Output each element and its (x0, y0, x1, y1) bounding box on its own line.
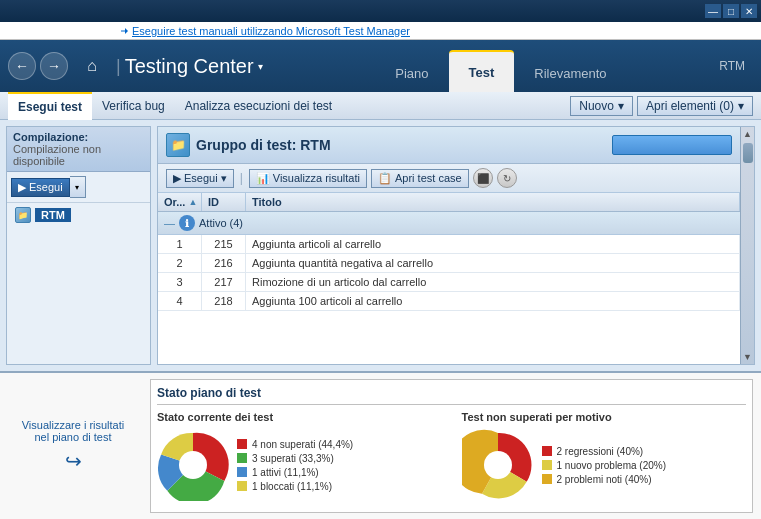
subnav-analizza[interactable]: Analizza esecuzioni dei test (175, 92, 342, 120)
maximize-button[interactable]: □ (723, 4, 739, 18)
rtm-tree-item[interactable]: 📁 RTM (7, 203, 150, 227)
tab-test[interactable]: Test (449, 50, 515, 92)
legend-item: 4 non superati (44,4%) (237, 439, 353, 450)
scroll-thumb[interactable] (743, 143, 753, 163)
subnav-verifica-bug[interactable]: Verifica bug (92, 92, 175, 120)
forward-icon: → (47, 58, 61, 74)
legend-item: 1 bloccati (11,1%) (237, 481, 353, 492)
refresh-icon: ↻ (503, 173, 511, 184)
chart2-legend: 2 regressioni (40%) 1 nuovo problema (20… (542, 446, 667, 485)
td-id-1: 215 (202, 235, 246, 253)
nuovo-button[interactable]: Nuovo ▾ (570, 96, 633, 116)
td-ordine-1: 1 (158, 235, 202, 253)
app-title: Testing Center (125, 55, 254, 78)
title-bar: — □ ✕ (0, 0, 761, 22)
panel-title: Gruppo di test: RTM (196, 137, 612, 153)
td-titolo-4: Aggiunta 100 articoli al carrello (246, 292, 740, 310)
legend-label-2: 3 superati (33,3%) (252, 453, 334, 464)
search-bar[interactable] (612, 135, 732, 155)
apri-button[interactable]: Apri elementi (0) ▾ (637, 96, 753, 116)
collapse-icon[interactable]: — (164, 217, 175, 229)
minimize-button[interactable]: — (705, 4, 721, 18)
esegui-bar: ▶ Esegui ▾ (7, 172, 150, 203)
svg-point-3 (484, 451, 512, 479)
close-button[interactable]: ✕ (741, 4, 757, 18)
scrollbar[interactable]: ▲ ▼ (740, 127, 754, 364)
toolbar-visualizza-button[interactable]: 📊 Visualizza risultati (249, 169, 367, 188)
group-status-icon: ℹ (179, 215, 195, 231)
toolbar-separator1: | (240, 171, 243, 185)
scroll-down-button[interactable]: ▼ (742, 350, 754, 364)
legend-label-1: 4 non superati (44,4%) (252, 439, 353, 450)
app-dropdown-button[interactable]: ▾ (258, 61, 263, 72)
group-icon: 📁 (166, 133, 190, 157)
legend-item: 1 nuovo problema (20%) (542, 460, 667, 471)
table-row[interactable]: 2 216 Aggiunta quantità negativa al carr… (158, 254, 740, 273)
toolbar-apri-button[interactable]: 📋 Apri test case (371, 169, 469, 188)
nav-rtm-label: RTM (719, 59, 753, 73)
id-label: ID (208, 196, 219, 208)
rtm-icon: 📁 (15, 207, 31, 223)
toolbar-esegui-label: Esegui (184, 172, 218, 184)
tab-piano[interactable]: Piano (375, 54, 448, 92)
esegui-down-icon: ▶ (18, 181, 26, 194)
legend-color-5 (542, 446, 552, 456)
legend-color-3 (237, 467, 247, 477)
main-content: Compilazione: Compilazione non disponibi… (0, 120, 761, 371)
apri-test-label: Apri test case (395, 172, 462, 184)
esegui-dropdown-arrow[interactable]: ▾ (70, 176, 86, 198)
bottom-left-label[interactable]: Visualizzare i risultatinel piano di tes… (8, 379, 138, 513)
group-row: — ℹ Attivo (4) (158, 212, 740, 235)
nav-bar: ← → ⌂ | Testing Center ▾ Piano Test Rile… (0, 40, 761, 92)
left-panel: Compilazione: Compilazione non disponibi… (6, 126, 151, 365)
toolbar-esegui-button[interactable]: ▶ Esegui ▾ (166, 169, 234, 188)
tooltip-link[interactable]: Eseguire test manuali utilizzando Micros… (132, 25, 410, 37)
tooltip-bar: Eseguire test manuali utilizzando Micros… (0, 22, 761, 40)
stop-icon: ⬛ (477, 173, 489, 184)
nav-tabs: Piano Test Rilevamento (283, 40, 720, 92)
td-ordine-2: 2 (158, 254, 202, 272)
sort-icon: ▲ (188, 197, 197, 207)
legend-color-1 (237, 439, 247, 449)
home-button[interactable]: ⌂ (80, 54, 104, 78)
td-id-2: 216 (202, 254, 246, 272)
esegui-dropdown-button[interactable]: ▶ Esegui (11, 178, 70, 197)
chart1-title: Stato corrente dei test (157, 411, 442, 423)
legend-item: 1 attivi (11,1%) (237, 467, 353, 478)
nuovo-dropdown-icon: ▾ (618, 99, 624, 113)
stop-button[interactable]: ⬛ (473, 168, 493, 188)
apri-label: Apri elementi (0) (646, 99, 734, 113)
scroll-up-button[interactable]: ▲ (742, 127, 754, 141)
compilazione-label: Compilazione: (13, 131, 88, 143)
tab-rilevamento[interactable]: Rilevamento (514, 54, 626, 92)
forward-button[interactable]: → (40, 52, 68, 80)
legend-color-4 (237, 481, 247, 491)
subnav-esegui-test[interactable]: Esegui test (8, 92, 92, 120)
legend-label-6: 1 nuovo problema (20%) (557, 460, 667, 471)
chart2-title: Test non superati per motivo (462, 411, 747, 423)
table-row[interactable]: 3 217 Rimozione di un articolo dal carre… (158, 273, 740, 292)
chart1-pie (157, 429, 229, 501)
right-panel: 📁 Gruppo di test: RTM ▶ Esegui ▾ | (158, 127, 740, 364)
back-button[interactable]: ← (8, 52, 36, 80)
table-row[interactable]: 1 215 Aggiunta articoli al carrello (158, 235, 740, 254)
th-ordine[interactable]: Or... ▲ (158, 193, 202, 211)
arrow-curve-icon: ↪ (65, 449, 82, 473)
th-titolo[interactable]: Titolo (246, 193, 740, 211)
chart1-section: Stato corrente dei test (157, 411, 442, 501)
compilazione-value: Compilazione non disponibile (13, 143, 101, 167)
th-id[interactable]: ID (202, 193, 246, 211)
legend-item: 2 problemi noti (40%) (542, 474, 667, 485)
legend-color-6 (542, 460, 552, 470)
nav-separator: | (116, 56, 121, 77)
panel-header: 📁 Gruppo di test: RTM (158, 127, 740, 164)
table-header: Or... ▲ ID Titolo (158, 193, 740, 212)
legend-color-2 (237, 453, 247, 463)
legend-color-7 (542, 474, 552, 484)
toolbar-esegui-dropdown[interactable]: ▾ (221, 172, 227, 185)
chart2-pie (462, 429, 534, 501)
tooltip-arrow-icon (120, 27, 128, 35)
visualizza-icon: 📊 (256, 172, 270, 185)
refresh-button[interactable]: ↻ (497, 168, 517, 188)
table-row[interactable]: 4 218 Aggiunta 100 articoli al carrello (158, 292, 740, 311)
